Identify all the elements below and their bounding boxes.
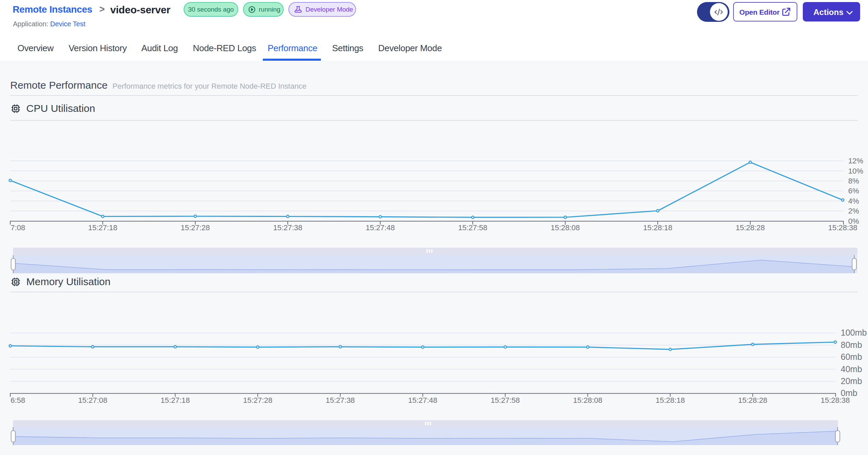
svg-text:15:27:48: 15:27:48 [408, 396, 438, 405]
svg-text:2%: 2% [848, 207, 859, 215]
svg-text:20mb: 20mb [841, 376, 862, 386]
svg-text:15:27:18: 15:27:18 [161, 396, 190, 405]
svg-text:15:28:08: 15:28:08 [551, 223, 580, 232]
svg-text:6:58: 6:58 [11, 396, 25, 405]
svg-text:15:27:38: 15:27:38 [273, 223, 302, 232]
svg-text:60mb: 60mb [841, 352, 862, 362]
svg-text:15:27:48: 15:27:48 [366, 223, 395, 232]
svg-text:15:27:08: 15:27:08 [78, 396, 108, 405]
svg-text:40mb: 40mb [841, 364, 862, 374]
svg-text:0mb: 0mb [841, 388, 857, 398]
svg-text:15:28:28: 15:28:28 [738, 396, 767, 405]
svg-text:4%: 4% [848, 197, 859, 205]
svg-text:15:27:28: 15:27:28 [181, 223, 210, 232]
svg-text:15:28:28: 15:28:28 [736, 223, 765, 232]
svg-text:10%: 10% [848, 167, 863, 175]
svg-text:15:27:38: 15:27:38 [326, 396, 355, 405]
svg-text:15:27:58: 15:27:58 [490, 396, 520, 405]
svg-text:15:28:18: 15:28:18 [643, 223, 672, 232]
svg-text:15:28:18: 15:28:18 [656, 396, 685, 405]
svg-text:7:08: 7:08 [11, 223, 25, 232]
svg-text:12%: 12% [848, 157, 863, 165]
svg-text:8%: 8% [848, 177, 859, 185]
svg-text:15:27:18: 15:27:18 [88, 223, 117, 232]
svg-text:15:28:08: 15:28:08 [573, 396, 602, 405]
svg-text:6%: 6% [848, 187, 859, 195]
svg-text:80mb: 80mb [841, 340, 862, 350]
svg-text:0%: 0% [848, 217, 859, 225]
svg-text:15:27:58: 15:27:58 [458, 223, 487, 232]
svg-text:100mb: 100mb [841, 328, 867, 337]
svg-text:15:27:28: 15:27:28 [243, 396, 272, 405]
